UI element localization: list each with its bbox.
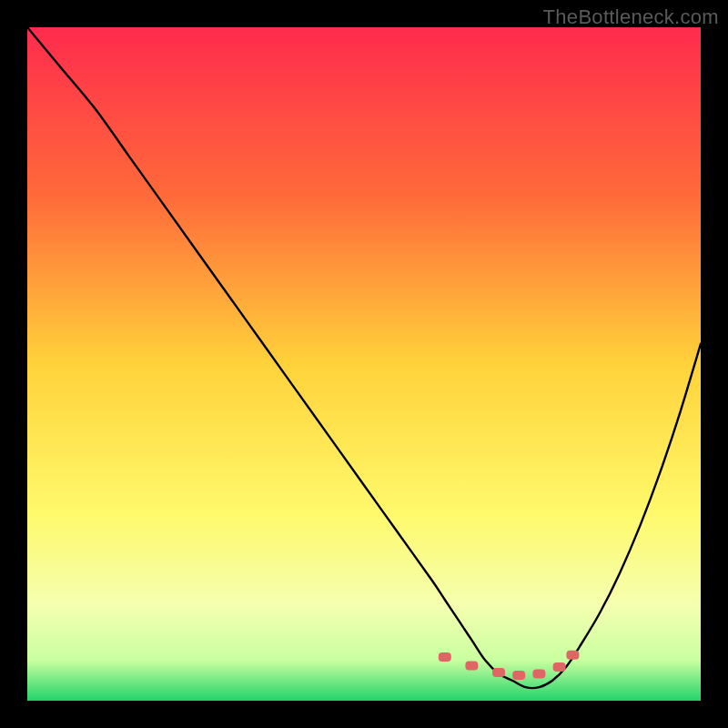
- marker-point: [439, 652, 451, 662]
- marker-point: [566, 651, 579, 660]
- marker-point: [553, 662, 566, 672]
- watermark-text: TheBottleneck.com: [543, 5, 719, 29]
- marker-point: [465, 662, 478, 671]
- marker-point: [492, 668, 505, 677]
- chart-background: [27, 27, 701, 701]
- marker-point: [532, 669, 545, 678]
- chart-svg: [27, 27, 701, 701]
- chart-plot-area: [27, 27, 701, 701]
- marker-point: [512, 671, 525, 680]
